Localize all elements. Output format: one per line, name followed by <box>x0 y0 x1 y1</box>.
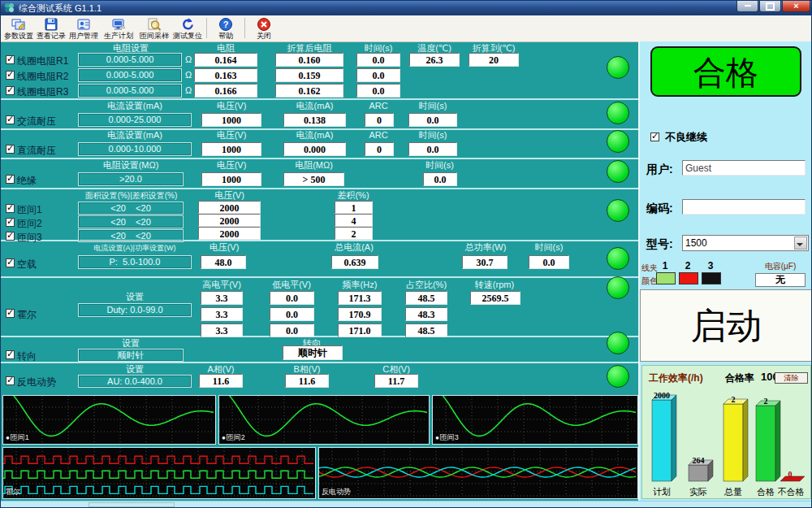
toolbar-label: 查看记录 <box>35 32 67 40</box>
value-box: 1000 <box>201 142 261 156</box>
value-box: 0.159 <box>275 68 343 82</box>
col-header: 电流(mA) <box>283 130 346 140</box>
value-box: 0.0 <box>270 323 314 337</box>
value-box: 0.164 <box>194 53 257 67</box>
clamp-color-swatch-1 <box>656 272 676 284</box>
right-panel: 合格 不良继续 用户: 编码: 型号: 1500 线夹 1 2 3 颜色 电容(… <box>640 41 812 501</box>
user-input[interactable] <box>682 160 806 176</box>
toolbar-button-help[interactable]: ? 帮助 <box>210 16 241 41</box>
col-header: 电阻 <box>194 43 257 53</box>
pass-rate-label: 合格率 <box>725 371 754 385</box>
toolbar-button-production-plan[interactable]: 生产计划 <box>102 16 136 41</box>
row-checkbox[interactable] <box>6 258 15 267</box>
chart-title: 工作效率(/h) <box>649 371 703 385</box>
bar-value: 2 <box>717 395 749 404</box>
col-header: 差积(%) <box>330 190 377 200</box>
toolbar-label: 关闭 <box>248 32 279 40</box>
clamp-number: 1 <box>656 260 674 271</box>
toolbar-button-test-reset[interactable]: 测试复位 <box>171 16 204 41</box>
value-box: 0.0 <box>408 113 457 127</box>
col-header: 电压(V) <box>196 242 253 252</box>
row-label: 线圈电阻R3 <box>17 85 68 99</box>
window-title: 综合测试系统 G1.1.1 <box>19 2 102 15</box>
col-header: 占空比(%) <box>402 280 451 289</box>
dropdown-button[interactable] <box>794 237 807 250</box>
clamp-color-swatch-2 <box>679 272 698 284</box>
row-label: 线圈电阻R2 <box>17 70 68 84</box>
titlebar: 综合测试系统 G1.1.1 <box>1 1 812 15</box>
diff-set: <20 <box>136 217 151 227</box>
code-input[interactable] <box>682 199 806 215</box>
toolbar-label: 帮助 <box>210 32 241 40</box>
clear-button[interactable]: 清除 <box>775 372 808 384</box>
unit-label: Ω <box>185 85 192 95</box>
status-indicator <box>607 332 629 354</box>
value-box: 2000 <box>198 227 261 240</box>
toolbar-label: 参数设置 <box>2 32 35 40</box>
bar-value: 2 <box>749 397 782 406</box>
restore-button[interactable] <box>759 1 781 12</box>
row-checkbox[interactable] <box>6 350 15 359</box>
col-header: 电阻设置(MΩ) <box>78 160 184 170</box>
reset-icon <box>171 17 204 32</box>
setting-box: 0.000-25.000 <box>78 113 192 127</box>
scope-label: 匝间2 <box>222 432 245 443</box>
col-header: 高电平(V) <box>197 280 246 289</box>
value-box: 0.162 <box>275 84 343 98</box>
bottom-frame-inset <box>89 502 175 507</box>
value-box: 0 <box>365 113 394 127</box>
row-checkbox[interactable] <box>6 218 15 227</box>
value-box: > 500 <box>283 172 344 186</box>
model-select[interactable]: 1500 <box>682 235 809 251</box>
row-checkbox[interactable] <box>6 115 15 124</box>
status-indicator <box>607 160 629 183</box>
value-box: 0.639 <box>331 255 378 269</box>
continue-on-fail-checkbox[interactable] <box>650 132 659 141</box>
toolbar-button-user-management[interactable]: 用户管理 <box>67 16 100 41</box>
row-label: 空载 <box>17 258 37 271</box>
scope-interturn-1: 匝间1 <box>2 395 216 445</box>
col-header: 时间(s) <box>408 130 457 140</box>
row-checkbox[interactable] <box>6 232 15 241</box>
value-box: 0.0 <box>356 68 400 82</box>
value-box: 48.5 <box>405 323 447 337</box>
col-header: 时间(s) <box>408 101 457 111</box>
row-checkbox[interactable] <box>6 204 15 213</box>
close-window-button[interactable] <box>782 1 810 12</box>
row-checkbox[interactable] <box>6 86 15 95</box>
group-separator <box>1 188 638 189</box>
col-header: 面积设置(%)|差积设置(%) <box>72 191 190 201</box>
row-checkbox[interactable] <box>6 145 15 154</box>
value-box: 0.163 <box>194 68 257 82</box>
row-checkbox[interactable] <box>6 376 15 385</box>
bar-category: 不合格 <box>772 486 810 498</box>
bar-value: 264 <box>682 456 715 465</box>
col-header: 总功率(W) <box>457 242 514 252</box>
row-checkbox[interactable] <box>6 71 15 80</box>
row-checkbox[interactable] <box>6 175 15 184</box>
minimize-button[interactable] <box>736 1 758 12</box>
value-box: 0 <box>365 142 394 156</box>
toolbar-button-close[interactable]: 关闭 <box>248 16 279 41</box>
row-label: 反电动势 <box>17 376 56 389</box>
col-header: 总电流(A) <box>326 242 382 252</box>
toolbar-button-view-records[interactable]: 查看记录 <box>35 16 67 41</box>
row-label: 匝间3 <box>17 231 42 245</box>
value-box: 11.6 <box>285 374 329 388</box>
chevron-down-icon <box>797 243 803 250</box>
value-box: 0.000 <box>283 142 346 156</box>
value-box: 顺时针 <box>283 345 343 360</box>
value-box: 3.3 <box>201 323 243 337</box>
toolbar-button-interturn-sampling[interactable]: 匝间采样 <box>137 16 171 41</box>
row-checkbox[interactable] <box>6 309 15 318</box>
col-header: A相(V) <box>199 364 243 374</box>
bar-category: 实际 <box>684 486 713 498</box>
efficiency-chart-panel: 工作效率(/h) 合格率 100% 清除 2000 264 2 2 0 计划 实… <box>641 365 811 499</box>
col-header: 电压(V) <box>201 130 261 140</box>
setting-box: 0.000-5.000 <box>78 68 182 82</box>
start-button[interactable]: 启动 <box>640 289 812 362</box>
toolbar-label: 匝间采样 <box>137 32 171 40</box>
col-header: 时间(s) <box>413 160 466 170</box>
toolbar-button-param-settings[interactable]: 参数设置 <box>2 16 35 41</box>
row-checkbox[interactable] <box>6 55 15 64</box>
